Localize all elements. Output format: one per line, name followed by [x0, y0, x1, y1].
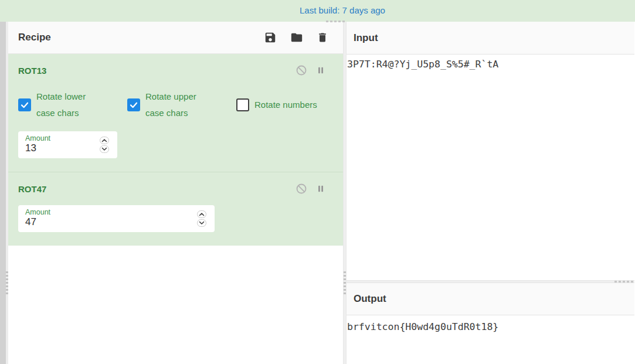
save-recipe-icon[interactable] — [264, 31, 277, 44]
rot13-options-row: Rotate lower case chars Rotate upper cas… — [18, 89, 343, 121]
rotate-numbers-label: Rotate numbers — [254, 97, 317, 113]
recipe-panel: Recipe ROT13 — [8, 22, 343, 364]
chevron-up-icon — [199, 212, 205, 216]
rot13-amount-stepper — [100, 137, 109, 153]
rotate-lower-checkbox[interactable] — [18, 98, 31, 111]
input-header: Input — [347, 22, 634, 55]
recipe-header: Recipe — [8, 22, 343, 54]
top-banner: Last build: 7 days ago — [0, 0, 635, 22]
main-layout: Recipe ROT13 — [0, 22, 635, 364]
checkmark-icon — [129, 100, 138, 110]
chevron-down-icon — [199, 221, 205, 225]
rotate-lower-label: Rotate lower case chars — [36, 89, 106, 121]
checkmark-icon — [20, 100, 29, 110]
rot47-amount-stepper — [197, 210, 206, 227]
rot13-amount-value[interactable]: 13 — [25, 142, 110, 154]
step-down-button[interactable] — [100, 145, 109, 153]
breakpoint-pause-icon[interactable] — [316, 65, 325, 76]
amount-label: Amount — [25, 134, 110, 142]
rot47-amount-value[interactable]: 47 — [25, 216, 208, 228]
operations-panel-edge — [0, 22, 6, 364]
input-title: Input — [347, 32, 378, 44]
checkbox-rotate-lower[interactable]: Rotate lower case chars — [18, 89, 127, 121]
output-header: Output — [347, 283, 634, 315]
rot13-title: ROT13 — [18, 66, 46, 76]
rot13-amount-field[interactable]: Amount 13 — [18, 131, 117, 158]
rot47-title: ROT47 — [18, 184, 46, 194]
rot47-amount-field[interactable]: Amount 47 — [18, 205, 215, 232]
operation-rot13[interactable]: ROT13 — [8, 54, 343, 172]
rotate-upper-label: Rotate upper case chars — [145, 89, 215, 121]
checkbox-rotate-upper[interactable]: Rotate upper case chars — [127, 89, 236, 121]
io-splitter-drag-handle[interactable] — [614, 281, 633, 283]
output-textarea: brfvitcon{H0wd4g0uTdR0t18} — [347, 315, 634, 364]
step-up-button[interactable] — [197, 210, 206, 218]
step-down-button[interactable] — [197, 219, 206, 227]
left-resize-gutter[interactable] — [6, 22, 8, 364]
load-recipe-folder-icon[interactable] — [290, 31, 304, 44]
splitter-drag-handle[interactable] — [344, 271, 346, 296]
rot47-title-row: ROT47 — [18, 183, 343, 195]
recipe-toolbar — [264, 31, 343, 44]
disable-operation-icon[interactable] — [296, 64, 307, 76]
last-build-link[interactable]: Last build: 7 days ago — [300, 5, 385, 15]
io-panel: Input 3P7T:R4@?Yj_U5p8_S%5#_R`tA Output … — [347, 22, 634, 364]
checkbox-rotate-numbers[interactable]: Rotate numbers — [236, 89, 317, 121]
horizontal-splitter[interactable] — [347, 280, 634, 283]
output-title: Output — [347, 293, 386, 305]
disable-operation-icon[interactable] — [296, 183, 307, 195]
amount-label: Amount — [25, 208, 208, 216]
chevron-down-icon — [101, 147, 107, 151]
step-up-button[interactable] — [100, 137, 109, 144]
chevron-up-icon — [101, 138, 107, 142]
top-splitter-drag-handle[interactable] — [326, 21, 345, 22]
operation-rot47[interactable]: ROT47 Amount 47 — [8, 172, 343, 246]
recipe-empty-area[interactable] — [8, 246, 343, 364]
clear-recipe-trash-icon[interactable] — [317, 31, 328, 44]
recipe-title: Recipe — [8, 32, 51, 43]
rot13-title-row: ROT13 — [18, 64, 343, 76]
rotate-upper-checkbox[interactable] — [127, 98, 140, 111]
breakpoint-pause-icon[interactable] — [316, 183, 325, 194]
left-gutter-drag-handle[interactable] — [6, 271, 8, 296]
rotate-numbers-checkbox[interactable] — [236, 98, 249, 111]
vertical-splitter[interactable] — [343, 22, 347, 364]
input-textarea[interactable]: 3P7T:R4@?Yj_U5p8_S%5#_R`tA — [347, 55, 634, 280]
